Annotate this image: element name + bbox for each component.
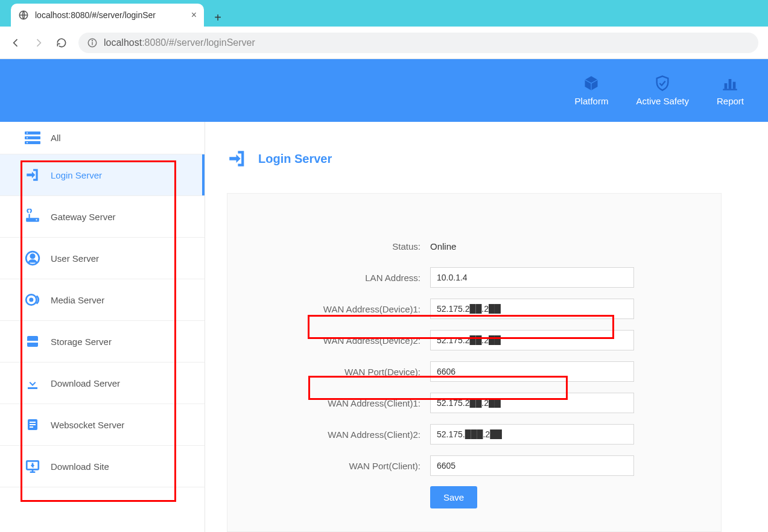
content: All Login Server Gateway Server User Ser…: [0, 122, 768, 532]
browser-tab[interactable]: localhost:8080/#/server/loginSer ×: [11, 4, 204, 27]
svg-rect-25: [30, 424, 36, 425]
sidebar-item-label: Download Server: [51, 378, 120, 388]
label-wan-device2: WAN Address(Device)2:: [252, 335, 420, 346]
label-wan-port-device: WAN Port(Device):: [252, 367, 420, 377]
sidebar-item-storage-server[interactable]: Storage Server: [0, 321, 205, 363]
input-wan-device2[interactable]: [430, 330, 634, 350]
sidebar-item-label: Gateway Server: [51, 212, 116, 222]
monitor-download-icon: [24, 458, 41, 475]
label-lan-address: LAN Address:: [252, 273, 420, 283]
input-lan-address[interactable]: [430, 267, 634, 288]
svg-point-11: [27, 132, 28, 133]
row-wan-client1: WAN Address(Client)1:: [252, 393, 697, 413]
save-button[interactable]: Save: [430, 486, 477, 508]
row-wan-device2: WAN Address(Device)2:: [252, 330, 697, 350]
input-wan-client2[interactable]: [430, 424, 634, 445]
sidebar-item-label: Websocket Server: [51, 420, 124, 430]
header-item-platform[interactable]: Platform: [575, 75, 609, 106]
download-icon: [24, 375, 41, 391]
svg-rect-14: [26, 218, 39, 222]
reload-button[interactable]: [56, 37, 69, 49]
input-wan-port-client[interactable]: [430, 455, 634, 476]
input-wan-port-device[interactable]: [430, 361, 634, 382]
back-button[interactable]: [10, 37, 23, 49]
svg-rect-24: [30, 422, 36, 423]
row-status: Status: Online: [252, 236, 697, 256]
main-panel: Login Server Status: Online LAN Address:…: [205, 122, 768, 532]
row-wan-device1: WAN Address(Device)1:: [252, 299, 697, 319]
svg-point-3: [92, 40, 93, 40]
tab-title: localhost:8080/#/server/loginSer: [35, 10, 156, 20]
address-bar: localhost:8080/#/server/loginServer: [0, 27, 768, 59]
media-icon: [24, 291, 41, 308]
page-title-row: Login Server: [227, 148, 768, 169]
sidebar-item-all[interactable]: All: [0, 122, 205, 154]
user-icon: [24, 250, 41, 267]
sidebar-item-label: Download Site: [51, 461, 109, 472]
svg-rect-22: [28, 387, 37, 389]
url-text: localhost:8080/#/server/loginServer: [104, 37, 255, 48]
url-path: :8080/#/server/loginServer: [142, 37, 255, 48]
page-title: Login Server: [258, 152, 332, 166]
row-wan-port-client: WAN Port(Client):: [252, 455, 697, 476]
sidebar-item-label: Media Server: [51, 295, 104, 305]
svg-point-19: [30, 299, 33, 301]
bar-chart-icon: [721, 75, 739, 91]
svg-rect-26: [30, 426, 33, 428]
input-wan-client1[interactable]: [430, 393, 634, 413]
row-wan-port-device: WAN Port(Device):: [252, 361, 697, 382]
sidebar-item-label: User Server: [51, 253, 99, 264]
tab-close-icon[interactable]: ×: [191, 10, 197, 21]
header-item-safety[interactable]: Active Safety: [636, 75, 689, 106]
sidebar-item-gateway-server[interactable]: Gateway Server: [0, 196, 205, 238]
svg-rect-5: [729, 79, 732, 89]
sidebar-item-label: Login Server: [51, 170, 102, 180]
sidebar-item-download-site[interactable]: Download Site: [0, 446, 205, 487]
header-item-report[interactable]: Report: [717, 75, 744, 106]
row-wan-client2: WAN Address(Client)2:: [252, 424, 697, 445]
login-icon: [24, 166, 41, 183]
row-save: . Save: [252, 487, 697, 507]
login-icon: [227, 148, 247, 169]
document-icon: [24, 416, 41, 433]
url-box[interactable]: localhost:8080/#/server/loginServer: [78, 33, 758, 53]
svg-rect-6: [733, 81, 736, 89]
row-lan-address: LAN Address:: [252, 267, 697, 288]
sidebar-item-media-server[interactable]: Media Server: [0, 279, 205, 321]
shield-check-icon: [653, 75, 671, 91]
header-label: Active Safety: [636, 96, 689, 106]
svg-point-12: [27, 137, 28, 138]
label-wan-client2: WAN Address(Client)2:: [252, 429, 420, 440]
info-icon: [87, 37, 98, 48]
globe-icon: [18, 10, 29, 21]
storage-icon: [24, 333, 41, 350]
servers-icon: [24, 130, 41, 147]
value-status: Online: [430, 241, 456, 252]
form-panel: Status: Online LAN Address: WAN Address(…: [227, 193, 722, 532]
sidebar: All Login Server Gateway Server User Ser…: [0, 122, 205, 532]
browser-chrome: localhost:8080/#/server/loginSer × + loc…: [0, 0, 768, 59]
cube-icon: [582, 75, 600, 91]
svg-rect-21: [27, 341, 38, 343]
sidebar-item-websocket-server[interactable]: Websocket Server: [0, 404, 205, 446]
sidebar-item-download-server[interactable]: Download Server: [0, 363, 205, 404]
sidebar-item-label: All: [51, 133, 61, 143]
new-tab-button[interactable]: +: [209, 8, 227, 27]
app-header: Platform Active Safety Report: [0, 59, 768, 122]
forward-button[interactable]: [33, 37, 46, 49]
sidebar-item-label: Storage Server: [51, 337, 112, 347]
input-wan-device1[interactable]: [430, 299, 634, 319]
router-icon: [24, 208, 41, 225]
label-wan-client1: WAN Address(Client)1:: [252, 398, 420, 408]
svg-point-15: [36, 219, 37, 220]
header-label: Platform: [575, 96, 609, 106]
sidebar-item-user-server[interactable]: User Server: [0, 238, 205, 279]
svg-rect-4: [725, 83, 728, 89]
header-label: Report: [717, 96, 744, 106]
tab-strip: localhost:8080/#/server/loginSer × +: [0, 0, 768, 27]
sidebar-item-login-server[interactable]: Login Server: [0, 154, 205, 196]
url-host: localhost: [104, 37, 142, 48]
svg-point-17: [31, 255, 35, 259]
svg-point-13: [27, 142, 28, 143]
svg-rect-7: [723, 89, 737, 90]
